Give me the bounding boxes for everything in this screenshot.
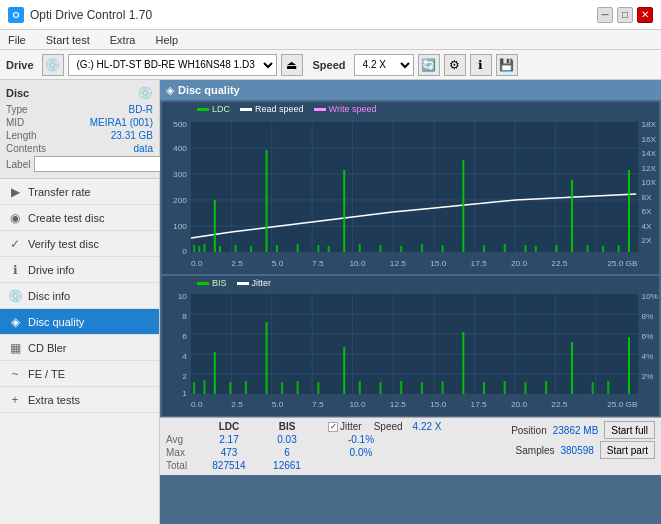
- stats-header-row: LDC BIS ✓ Jitter Speed 4.22 X: [166, 421, 442, 432]
- legend-bis-color: [197, 282, 209, 285]
- svg-text:0: 0: [182, 247, 187, 256]
- stats-total-bis: 12661: [262, 460, 312, 471]
- nav-items: ▶ Transfer rate ◉ Create test disc ✓ Ver…: [0, 179, 159, 524]
- eject-button[interactable]: ⏏: [281, 54, 303, 76]
- stats-area: LDC BIS ✓ Jitter Speed 4.22 X Avg 2.17 0…: [160, 417, 661, 475]
- stats-total-row: Total 827514 12661: [166, 460, 442, 471]
- svg-rect-49: [266, 150, 268, 252]
- start-part-button[interactable]: Start part: [600, 441, 655, 459]
- svg-rect-46: [219, 246, 221, 252]
- svg-text:7.5: 7.5: [312, 400, 324, 409]
- svg-rect-47: [234, 245, 236, 252]
- content-area: ◈ Disc quality LDC Read speed Write spee…: [160, 80, 661, 524]
- disc-mid-label: MID: [6, 117, 24, 128]
- svg-text:6%: 6%: [641, 332, 653, 341]
- svg-text:2: 2: [182, 372, 187, 381]
- svg-rect-61: [483, 245, 485, 252]
- nav-drive-info[interactable]: ℹ Drive info: [0, 257, 159, 283]
- maximize-button[interactable]: □: [617, 7, 633, 23]
- nav-fe-te-label: FE / TE: [28, 368, 65, 380]
- svg-text:25.0 GB: 25.0 GB: [607, 400, 637, 409]
- svg-rect-42: [193, 245, 195, 252]
- svg-rect-67: [587, 245, 589, 252]
- disc-quality-icon: ◈: [8, 315, 22, 329]
- app-icon: O: [8, 7, 24, 23]
- window-controls: ─ □ ✕: [597, 7, 653, 23]
- drive-label: Drive: [6, 59, 34, 71]
- toolbar: Drive 💿 (G:) HL-DT-ST BD-RE WH16NS48 1.D…: [0, 50, 661, 80]
- svg-rect-58: [421, 244, 423, 252]
- save-button[interactable]: 💾: [496, 54, 518, 76]
- extra-tests-icon: +: [8, 393, 22, 407]
- svg-rect-124: [462, 332, 464, 394]
- svg-text:22.5: 22.5: [551, 259, 568, 268]
- nav-transfer-rate[interactable]: ▶ Transfer rate: [0, 179, 159, 205]
- nav-transfer-rate-label: Transfer rate: [28, 186, 91, 198]
- chart1-container: LDC Read speed Write speed: [162, 102, 659, 274]
- svg-text:12.5: 12.5: [390, 259, 407, 268]
- disc-label-input[interactable]: [34, 156, 167, 172]
- disc-label-label: Label: [6, 159, 30, 170]
- nav-drive-info-label: Drive info: [28, 264, 74, 276]
- nav-disc-quality-label: Disc quality: [28, 316, 84, 328]
- legend-write-speed-color: [314, 108, 326, 111]
- jitter-check[interactable]: ✓ Jitter: [328, 421, 362, 432]
- start-full-button[interactable]: Start full: [604, 421, 655, 439]
- menu-extra[interactable]: Extra: [106, 30, 140, 49]
- svg-text:4: 4: [182, 352, 187, 361]
- nav-disc-quality[interactable]: ◈ Disc quality: [0, 309, 159, 335]
- svg-rect-115: [281, 382, 283, 394]
- nav-fe-te[interactable]: ~ FE / TE: [0, 361, 159, 387]
- drive-icon: 💿: [42, 54, 64, 76]
- svg-rect-109: [193, 382, 195, 394]
- disc-quality-panel-header: ◈ Disc quality: [160, 80, 661, 100]
- menu-file[interactable]: File: [4, 30, 30, 49]
- close-button[interactable]: ✕: [637, 7, 653, 23]
- nav-extra-tests[interactable]: + Extra tests: [0, 387, 159, 413]
- svg-rect-122: [421, 382, 423, 394]
- svg-text:14X: 14X: [641, 149, 656, 158]
- chart2-legend: BIS Jitter: [162, 276, 659, 290]
- info-button2[interactable]: ℹ: [470, 54, 492, 76]
- legend-read-speed-color: [240, 108, 252, 111]
- stats-max-label: Max: [166, 447, 196, 458]
- svg-text:8: 8: [182, 312, 187, 321]
- svg-rect-123: [442, 381, 444, 394]
- nav-extra-tests-label: Extra tests: [28, 394, 80, 406]
- svg-rect-117: [317, 382, 319, 394]
- svg-text:500: 500: [173, 120, 187, 129]
- legend-write-speed: Write speed: [314, 104, 377, 114]
- menu-start-test[interactable]: Start test: [42, 30, 94, 49]
- svg-text:17.5: 17.5: [471, 259, 488, 268]
- refresh-button[interactable]: 🔄: [418, 54, 440, 76]
- nav-disc-info[interactable]: 💿 Disc info: [0, 283, 159, 309]
- svg-text:5.0: 5.0: [272, 400, 284, 409]
- svg-rect-54: [343, 170, 345, 252]
- speed-select[interactable]: 4.2 X: [354, 54, 414, 76]
- svg-rect-57: [400, 246, 402, 252]
- stats-total-label: Total: [166, 460, 196, 471]
- svg-text:20.0: 20.0: [511, 400, 528, 409]
- disc-length-label: Length: [6, 130, 37, 141]
- minimize-button[interactable]: ─: [597, 7, 613, 23]
- disc-panel-icon: 💿: [138, 86, 153, 100]
- nav-cd-bler[interactable]: ▦ CD Bler: [0, 335, 159, 361]
- drive-select[interactable]: (G:) HL-DT-ST BD-RE WH16NS48 1.D3: [68, 54, 277, 76]
- svg-rect-132: [628, 337, 630, 394]
- svg-rect-51: [297, 244, 299, 252]
- jitter-checkbox[interactable]: ✓: [328, 422, 338, 432]
- svg-rect-65: [555, 245, 557, 252]
- disc-contents-row: Contents data: [6, 143, 153, 154]
- settings-button[interactable]: ⚙: [444, 54, 466, 76]
- legend-ldc-label: LDC: [212, 104, 230, 114]
- svg-text:2.5: 2.5: [231, 259, 243, 268]
- disc-info-icon: 💿: [8, 289, 22, 303]
- svg-text:2.5: 2.5: [231, 400, 243, 409]
- nav-create-test-disc[interactable]: ◉ Create test disc: [0, 205, 159, 231]
- nav-verify-test-disc[interactable]: ✓ Verify test disc: [0, 231, 159, 257]
- svg-text:10X: 10X: [641, 178, 656, 187]
- svg-rect-113: [245, 381, 247, 394]
- samples-row: Samples 380598 Start part: [516, 441, 655, 459]
- svg-text:15.0: 15.0: [430, 400, 447, 409]
- menu-help[interactable]: Help: [151, 30, 182, 49]
